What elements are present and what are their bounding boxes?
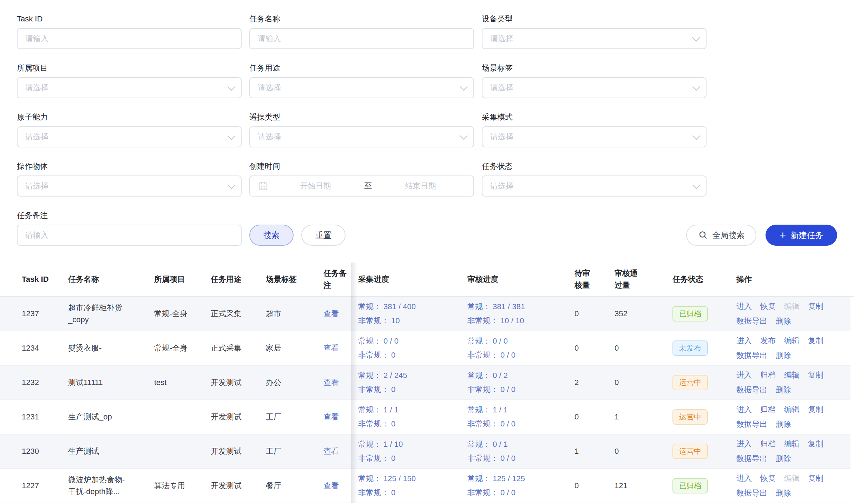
action-link[interactable]: 编辑: [784, 333, 800, 348]
action-link[interactable]: 删除: [776, 348, 791, 363]
filter-label: 遥操类型: [249, 112, 474, 122]
remark-cell: 查看: [323, 331, 351, 365]
table-header-row: Task ID任务名称所属项目任务用途场景标签任务备注采集进度审核进度待审 核量…: [0, 263, 854, 297]
action-link[interactable]: 进入: [736, 368, 752, 383]
review-progress-cell: 常规： 0 / 1非常规： 0 / 0: [467, 435, 566, 468]
action-link[interactable]: 数据导出: [736, 383, 767, 397]
collect-progress-cell: 常规： 125 / 150非常规： 0: [358, 469, 461, 503]
action-link[interactable]: 进入: [736, 333, 752, 348]
filter-label: 采集模式: [482, 112, 707, 122]
action-link[interactable]: 复制: [808, 471, 823, 486]
action-link[interactable]: 归档: [760, 402, 776, 417]
review-passed-cell: 1: [615, 400, 664, 434]
scene-tag-cell: 办公: [266, 366, 311, 399]
device-type-select[interactable]: 请选择: [482, 28, 707, 49]
action-link: 编辑: [784, 299, 800, 314]
action-link[interactable]: 编辑: [784, 368, 800, 383]
chevron-down-icon: [692, 181, 701, 189]
view-remark-link[interactable]: 查看: [323, 308, 339, 320]
operate-object-select[interactable]: 请选择: [17, 175, 242, 197]
view-remark-link[interactable]: 查看: [323, 411, 339, 423]
col-review-passed-header: 审核通 过量: [615, 263, 664, 296]
operations-cell: 进入发布编辑复制数据导出删除: [736, 331, 849, 365]
start-date-placeholder[interactable]: 开始日期: [270, 181, 361, 191]
action-link[interactable]: 数据导出: [736, 451, 767, 466]
view-remark-link[interactable]: 查看: [323, 480, 339, 492]
action-link[interactable]: 数据导出: [736, 486, 767, 500]
action-link[interactable]: 进入: [736, 471, 752, 486]
project-cell: 常规-全身: [154, 297, 189, 331]
remark-cell: 查看: [323, 366, 351, 399]
scene-tag-select[interactable]: 请选择: [482, 77, 707, 98]
view-remark-link[interactable]: 查看: [323, 342, 339, 354]
action-link[interactable]: 归档: [760, 368, 776, 383]
remark-and-actions-row: 任务备注 搜索 重置 全局搜索: [17, 211, 854, 246]
table-row: 1234熨烫衣服-常规-全身正式采集家居查看常规： 0 / 0非常规： 0常规：…: [0, 331, 850, 366]
task-status-select[interactable]: 请选择: [482, 175, 707, 197]
global-search-button[interactable]: 全局搜索: [686, 225, 756, 246]
task-name-cell: 微波炉加热食物-干扰-depth降...: [68, 469, 131, 503]
action-link[interactable]: 进入: [736, 437, 752, 451]
action-link[interactable]: 复制: [808, 333, 823, 348]
purpose-cell: 正式采集: [211, 331, 256, 365]
new-task-button[interactable]: + 新建任务: [766, 225, 837, 246]
action-link[interactable]: 进入: [736, 402, 752, 417]
calendar-icon: [258, 181, 268, 191]
remark-cell: 查看: [323, 469, 351, 503]
action-link[interactable]: 编辑: [784, 437, 800, 451]
col-collect-progress-header: 采集进度: [358, 263, 461, 296]
task-id-cell: 1232: [22, 366, 60, 399]
task-status-cell: 运营中: [672, 400, 732, 434]
filter-task-name: 任务名称: [249, 14, 474, 49]
action-link[interactable]: 数据导出: [736, 314, 767, 329]
task-id-cell: 1234: [22, 331, 60, 365]
collect-mode-select[interactable]: 请选择: [482, 126, 707, 147]
remark-cell: 查看: [323, 297, 351, 331]
review-passed-cell: 121: [615, 469, 664, 503]
task-id-cell: 1237: [22, 297, 60, 331]
atomic-ability-select[interactable]: 请选择: [17, 126, 242, 147]
chevron-down-icon: [228, 181, 236, 189]
action-link[interactable]: 复制: [808, 402, 823, 417]
reset-button[interactable]: 重置: [301, 225, 346, 246]
action-link[interactable]: 删除: [776, 486, 791, 500]
status-badge: 运营中: [672, 375, 708, 390]
action-link[interactable]: 删除: [776, 383, 791, 397]
select-placeholder: 请选择: [490, 181, 692, 191]
end-date-placeholder[interactable]: 结束日期: [375, 181, 466, 191]
teleop-type-select[interactable]: 请选择: [249, 126, 474, 147]
operations-cell: 进入恢复编辑复制数据导出删除: [736, 469, 849, 503]
action-link[interactable]: 恢复: [760, 299, 776, 314]
action-link[interactable]: 删除: [776, 451, 791, 466]
select-placeholder: 请选择: [258, 132, 460, 142]
task-purpose-select[interactable]: 请选择: [249, 77, 474, 98]
create-time-daterange[interactable]: 开始日期 至 结束日期: [249, 175, 474, 197]
search-button[interactable]: 搜索: [249, 225, 294, 246]
action-link[interactable]: 归档: [760, 437, 776, 451]
view-remark-link[interactable]: 查看: [323, 377, 339, 389]
review-progress-cell: 常规： 0 / 2非常规： 0 / 0: [467, 366, 566, 399]
action-link[interactable]: 进入: [736, 299, 752, 314]
col-purpose-header: 任务用途: [211, 263, 256, 296]
action-link[interactable]: 编辑: [784, 402, 800, 417]
action-link[interactable]: 复制: [808, 368, 823, 383]
pending-review-cell: 0: [574, 469, 603, 503]
action-link[interactable]: 数据导出: [736, 417, 767, 432]
action-link[interactable]: 复制: [808, 437, 823, 451]
action-link[interactable]: 删除: [776, 314, 791, 329]
view-remark-link[interactable]: 查看: [323, 445, 339, 457]
action-link[interactable]: 删除: [776, 417, 791, 432]
action-link[interactable]: 恢复: [760, 471, 776, 486]
action-link[interactable]: 数据导出: [736, 348, 767, 363]
action-link[interactable]: 发布: [760, 333, 776, 348]
right-toolbar: 全局搜索 + 新建任务: [686, 225, 837, 246]
task-id-cell: 1227: [22, 469, 60, 503]
action-link[interactable]: 复制: [808, 299, 823, 314]
task-name-input[interactable]: [258, 34, 466, 43]
filter-label: 任务用途: [249, 63, 474, 73]
task-id-input[interactable]: [25, 34, 233, 43]
project-select[interactable]: 请选择: [17, 77, 242, 98]
remark-cell: 查看: [323, 400, 351, 434]
filter-scene-tag: 场景标签 请选择: [482, 63, 707, 98]
task-remark-input[interactable]: [25, 231, 233, 240]
